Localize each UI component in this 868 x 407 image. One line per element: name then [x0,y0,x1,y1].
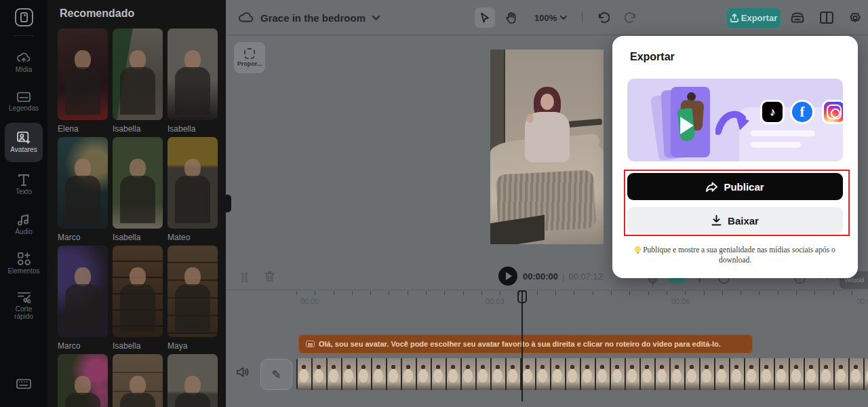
avatar-item: Marco [58,137,108,246]
avatar-thumbnail[interactable] [167,28,218,120]
illustration-video-card [671,87,710,157]
chevron-down-icon[interactable] [560,16,567,20]
avatar-panel: Recomendado Elena Isabella Isabella Marc… [47,0,226,407]
time-separator: | [562,271,564,282]
hand-icon [506,12,516,24]
toolbar-divider [582,12,583,23]
avatar-item: Maya [167,246,218,354]
text-icon [18,174,30,186]
avatar-thumbnail[interactable] [167,137,218,229]
avatar-item: Isabella [113,137,163,246]
sidebar-item-legendas[interactable]: Legendas [5,84,43,119]
sidebar-item-avatares[interactable]: Avatares [5,123,43,162]
undo-icon[interactable] [597,12,610,23]
avatar-thumbnail[interactable] [167,246,218,337]
video-clip-filmstrip[interactable] [296,358,868,390]
ruler-label: 00:06 [671,297,690,305]
project-title[interactable]: Grace in the bedroom [260,12,366,24]
arrow-icon [715,104,751,137]
export-button-label: Exportar [741,13,777,23]
play-triangle-icon [680,117,694,134]
edit-script-button[interactable]: ✎ [260,359,292,390]
hand-tool-button[interactable] [500,7,521,28]
export-modal-title: Exportar [630,51,675,63]
layout-panels-icon[interactable] [820,12,833,24]
avatar-thumbnail[interactable] [58,137,108,229]
current-time: 00:00:00 [523,271,558,282]
scene-person-face [540,94,554,110]
split-clip-icon[interactable]: ][ [241,271,249,282]
keyboard-shortcuts-icon[interactable] [16,379,31,389]
sidebar-item-audio[interactable]: Áudio [5,207,43,242]
sidebar-item-label: Corte rápido [14,305,33,320]
ruler-label: 00:03 [486,297,505,305]
panel-collapse-handle[interactable] [226,195,231,212]
chevron-down-icon[interactable] [372,16,380,20]
avatar-thumbnail[interactable] [113,354,163,407]
video-preview[interactable] [490,50,604,244]
download-icon [711,215,722,226]
task-queue-icon[interactable] [790,11,805,24]
cloud-sync-icon[interactable] [239,12,254,24]
caption-icon [306,341,315,347]
export-icon [730,14,738,22]
avatar-name: Marco [58,233,108,242]
ruler-label: 00:09 [856,297,868,305]
avatar-item [167,354,218,407]
avatar-thumbnail[interactable] [113,246,163,337]
avatar-thumbnail[interactable] [113,28,163,120]
sidebar-item-midia[interactable]: Mídia [5,45,43,80]
export-illustration: ♪ f [627,79,843,161]
aspect-ratio-button[interactable]: Propor... [234,42,265,73]
avatar-name: Maya [167,341,218,351]
timeline-ruler[interactable] [296,291,868,295]
settings-gear-icon[interactable] [848,11,862,24]
avatar-item: Mateo [167,137,218,246]
caption-clip[interactable]: Olá, sou seu avatar. Você pode escolher … [298,334,753,353]
avatar-item: Isabella [167,28,218,137]
sidebar-item-label: Elementos [7,267,39,275]
sidebar-item-elementos[interactable]: Elementos [5,246,43,281]
export-button[interactable]: Exportar [727,8,781,28]
sidebar-item-texto[interactable]: Texto [5,167,43,202]
avatar-name: Elena [58,124,108,134]
avatar-item: Elena [58,28,108,137]
select-tool-button[interactable] [475,7,495,28]
avatar-name: Isabella [113,341,163,351]
download-button[interactable]: Baixar [627,207,843,234]
export-modal: Exportar ♪ f Publi [612,36,858,278]
play-button[interactable] [498,267,517,286]
cursor-icon [480,12,490,23]
caption-clip-text: Olá, sou seu avatar. Você pode escolher … [319,340,721,348]
skeleton-line [751,142,801,148]
avatar-thumbnail[interactable] [58,28,108,120]
redo-icon[interactable] [625,12,637,23]
video-editor-app: Mídia Legendas Avatares Texto [0,0,868,407]
avatar-grid: Elena Isabella Isabella Marco Isabella M… [58,28,220,407]
avatar-thumbnail[interactable] [113,137,163,229]
panel-title: Recomendado [60,7,134,20]
facebook-icon: f [792,102,812,122]
ratio-frame-icon [244,48,255,59]
cloud-upload-icon [17,52,31,64]
total-duration: 00:07:12 [568,271,603,282]
share-arrow-icon [706,182,717,192]
zoom-level[interactable]: 100% [534,13,557,23]
app-logo-icon[interactable] [15,8,33,26]
timecode: 00:00:00 | 00:07:12 [523,271,603,282]
avatar-thumbnail[interactable] [167,354,218,407]
track-audio-icon[interactable] [237,366,250,378]
avatar-thumbnail[interactable] [58,354,108,407]
pencil-icon: ✎ [271,368,281,382]
avatar-thumbnail[interactable] [58,246,108,337]
ruler-label: 00:00 [300,297,319,305]
ratio-button-label: Propor... [237,60,262,67]
instagram-icon [824,102,843,122]
avatar-name: Marco [58,341,108,351]
audio-icon [17,214,31,226]
sidebar-item-corte-rapido[interactable]: Corte rápido [5,285,43,327]
publish-button-label: Publicar [724,181,764,193]
delete-icon[interactable] [264,271,275,282]
publish-button[interactable]: Publicar [627,173,843,200]
avatar-name: Isabella [113,233,163,242]
